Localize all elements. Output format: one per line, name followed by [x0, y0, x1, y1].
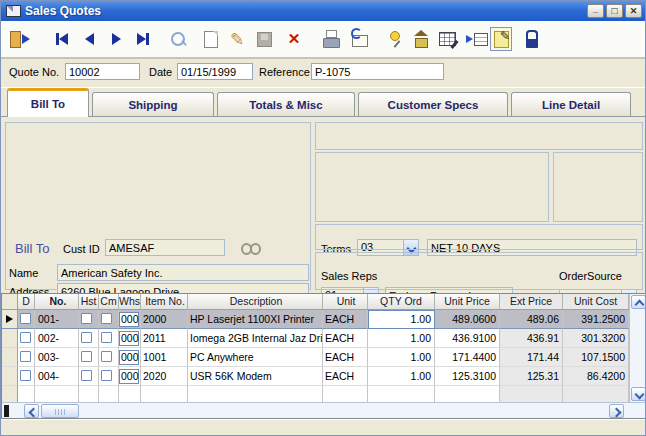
cm-checkbox[interactable]: [101, 370, 112, 381]
whs-cell[interactable]: 000: [119, 369, 139, 384]
search-icon[interactable]: [167, 26, 189, 52]
unit-price-cell[interactable]: 489.0600: [435, 310, 500, 329]
tab-totals-misc[interactable]: Totals & Misc: [217, 92, 355, 117]
tab-line-detail[interactable]: Line Detail: [511, 92, 631, 117]
col-item-no: Item No.: [141, 294, 188, 310]
hst-checkbox[interactable]: [81, 351, 92, 362]
hst-checkbox[interactable]: [81, 370, 92, 381]
row-selector[interactable]: [2, 329, 18, 348]
horizontal-scrollbar[interactable]: [2, 402, 646, 418]
unit-cost-cell[interactable]: 391.2500: [563, 310, 629, 329]
new-record-icon[interactable]: [200, 26, 222, 52]
col-hst: Hst: [79, 294, 99, 310]
grid-row[interactable]: 001- 000 2000 HP Laserjet 1100XI Printer…: [2, 310, 629, 329]
first-record-icon[interactable]: [51, 26, 73, 52]
item-no-cell[interactable]: 2000: [141, 310, 188, 329]
row-selector[interactable]: [2, 386, 18, 402]
previous-record-icon[interactable]: [78, 26, 100, 52]
unit-cost-cell[interactable]: 107.1500: [563, 348, 629, 367]
ext-price-cell[interactable]: 436.91: [500, 329, 563, 348]
col-unit-price: Unit Price: [435, 294, 500, 310]
insert-detail-icon[interactable]: [466, 26, 488, 52]
scroll-up-icon[interactable]: [631, 295, 646, 309]
last-record-icon[interactable]: [132, 26, 154, 52]
scrollbar-thumb[interactable]: [41, 404, 79, 418]
qty-ord-cell[interactable]: 1.00: [368, 367, 435, 386]
ext-price-cell[interactable]: 125.31: [500, 367, 563, 386]
item-no-cell[interactable]: 2011: [141, 329, 188, 348]
grid-calculator-icon[interactable]: [436, 26, 458, 52]
unit-cell[interactable]: EACH: [323, 348, 368, 367]
next-record-icon[interactable]: [105, 26, 127, 52]
cm-checkbox[interactable]: [101, 313, 112, 324]
unit-cell[interactable]: EACH: [323, 367, 368, 386]
send-email-icon[interactable]: [349, 26, 371, 52]
item-no-cell[interactable]: 2020: [141, 367, 188, 386]
description-cell[interactable]: USR 56K Modem: [188, 367, 323, 386]
grid-row[interactable]: 003- 000 1001 PC Anywhere EACH 1.00 171.…: [2, 348, 629, 367]
tab-shipping[interactable]: Shipping: [92, 92, 214, 117]
d-checkbox[interactable]: [20, 370, 31, 381]
whs-cell[interactable]: 000: [119, 312, 139, 327]
unit-price-cell[interactable]: 171.4400: [435, 348, 500, 367]
item-no-cell[interactable]: 1001: [141, 348, 188, 367]
reference-label: Reference: [259, 66, 310, 78]
unit-cell[interactable]: EACH: [323, 310, 368, 329]
cm-checkbox[interactable]: [101, 351, 112, 362]
qty-ord-cell[interactable]: 1.00: [368, 348, 435, 367]
lookup-binoculars-icon[interactable]: [241, 243, 259, 253]
grid-row-empty[interactable]: [2, 386, 629, 402]
reference-field[interactable]: [311, 63, 444, 80]
cm-checkbox[interactable]: [101, 332, 112, 343]
grid-row[interactable]: 004- 000 2020 USR 56K Modem EACH 1.00 12…: [2, 367, 629, 386]
unit-price-cell[interactable]: 125.3100: [435, 367, 500, 386]
print-icon[interactable]: [320, 26, 342, 52]
date-field[interactable]: [177, 63, 253, 80]
maximize-button[interactable]: [606, 4, 623, 18]
grid-splitter[interactable]: [4, 405, 9, 417]
tab-bar: Bill To Shipping Totals & Misc Customer …: [1, 88, 645, 117]
description-cell[interactable]: HP Laserjet 1100XI Printer: [188, 310, 323, 329]
exit-icon[interactable]: [9, 26, 31, 52]
customer-specs-icon[interactable]: [410, 26, 432, 52]
pin-note-icon[interactable]: [384, 26, 406, 52]
whs-cell[interactable]: 000: [119, 331, 139, 346]
save-icon[interactable]: [253, 26, 275, 52]
cust-id-field[interactable]: [105, 239, 225, 256]
name-field[interactable]: [57, 264, 309, 281]
grid-row[interactable]: 002- 000 2011 Iomega 2GB Internal Jaz Dr…: [2, 329, 629, 348]
unit-cost-cell[interactable]: 301.3200: [563, 329, 629, 348]
edit-pencil-icon[interactable]: [226, 26, 248, 52]
delete-icon[interactable]: [283, 26, 305, 52]
row-selector[interactable]: [2, 367, 18, 386]
scroll-down-icon[interactable]: [631, 387, 646, 401]
vertical-scrollbar[interactable]: [629, 294, 646, 402]
scroll-right-icon[interactable]: [609, 404, 624, 418]
unit-cost-cell[interactable]: 86.4200: [563, 367, 629, 386]
close-button[interactable]: [625, 4, 642, 18]
ext-price-cell[interactable]: 489.06: [500, 310, 563, 329]
hst-checkbox[interactable]: [81, 332, 92, 343]
description-cell[interactable]: Iomega 2GB Internal Jaz Drive: [188, 329, 323, 348]
qty-ord-cell[interactable]: 1.00: [368, 310, 435, 329]
row-selector[interactable]: [2, 310, 18, 329]
tab-bill-to[interactable]: Bill To: [7, 88, 89, 117]
minimize-button[interactable]: [587, 4, 604, 18]
tab-customer-specs[interactable]: Customer Specs: [358, 92, 508, 117]
d-checkbox[interactable]: [20, 351, 31, 362]
lock-icon[interactable]: [521, 26, 543, 52]
terms-box: [315, 122, 643, 150]
row-selector[interactable]: [2, 348, 18, 367]
description-cell[interactable]: PC Anywhere: [188, 348, 323, 367]
d-checkbox[interactable]: [20, 332, 31, 343]
hst-checkbox[interactable]: [81, 313, 92, 324]
qty-ord-cell[interactable]: 1.00: [368, 329, 435, 348]
whs-cell[interactable]: 000: [119, 350, 139, 365]
unit-cell[interactable]: EACH: [323, 329, 368, 348]
edit-notes-icon[interactable]: [490, 27, 512, 51]
unit-price-cell[interactable]: 436.9100: [435, 329, 500, 348]
scroll-left-icon[interactable]: [24, 404, 39, 418]
d-checkbox[interactable]: [20, 313, 31, 324]
quote-no-field[interactable]: [65, 63, 140, 80]
ext-price-cell[interactable]: 171.44: [500, 348, 563, 367]
